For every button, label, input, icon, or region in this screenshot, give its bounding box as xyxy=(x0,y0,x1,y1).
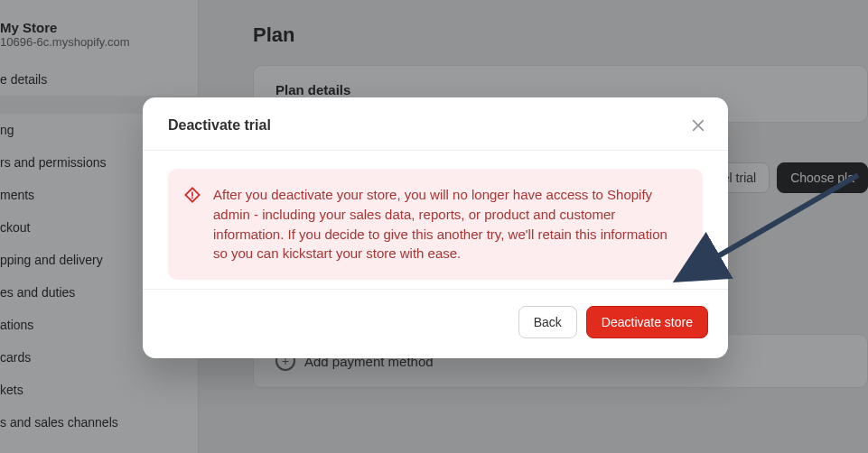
warning-diamond-icon xyxy=(184,187,201,203)
warning-banner: After you deactivate your store, you wil… xyxy=(168,169,703,280)
modal-header: Deactivate trial xyxy=(143,97,728,150)
warning-text: After you deactivate your store, you wil… xyxy=(213,185,685,263)
svg-point-2 xyxy=(191,197,193,199)
modal-body: After you deactivate your store, you wil… xyxy=(143,150,728,289)
close-icon[interactable] xyxy=(688,116,708,135)
deactivate-store-button[interactable]: Deactivate store xyxy=(586,306,708,338)
modal-footer: Back Deactivate store xyxy=(143,289,728,358)
deactivate-trial-modal: Deactivate trial After you deactivate yo… xyxy=(143,97,728,358)
modal-title: Deactivate trial xyxy=(168,117,271,134)
back-button[interactable]: Back xyxy=(518,306,577,338)
